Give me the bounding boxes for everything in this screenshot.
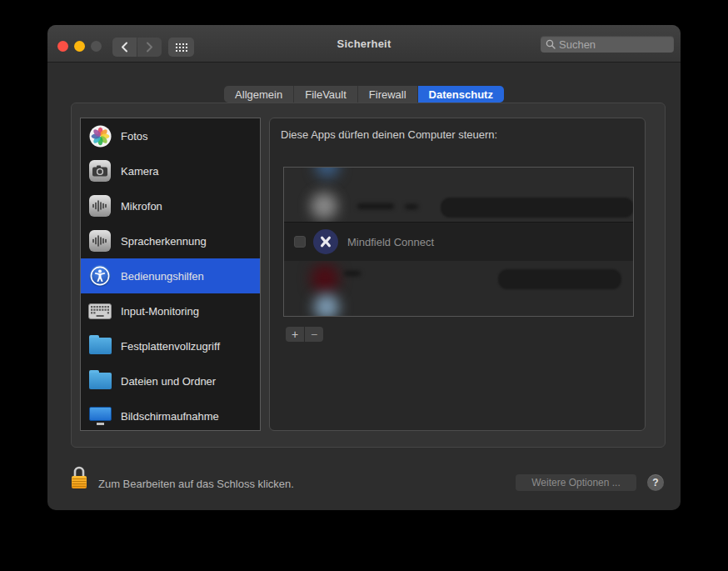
- redacted-app-rows-bottom: [284, 261, 633, 317]
- photos-icon: [88, 124, 112, 148]
- app-name: Mindfield Connect: [347, 236, 434, 248]
- sidebar-item-label: Input-Monitoring: [121, 305, 199, 318]
- show-all-button[interactable]: [168, 38, 194, 57]
- display-icon: [88, 404, 112, 428]
- forward-button: [137, 38, 162, 57]
- keyboard-icon: [88, 299, 112, 323]
- advanced-options-button[interactable]: Weitere Optionen ...: [516, 474, 636, 491]
- tab-firewall[interactable]: Firewall: [358, 86, 418, 103]
- app-checkbox[interactable]: [294, 236, 306, 248]
- accessibility-icon: [88, 264, 112, 288]
- folder-icon: [88, 369, 112, 393]
- chevron-left-icon: [121, 42, 128, 53]
- minimize-button[interactable]: [74, 41, 85, 52]
- redacted-app-icon: [316, 168, 339, 178]
- sidebar-item-label: Kamera: [121, 165, 159, 178]
- privacy-heading: Diese Apps dürfen deinen Computer steuer…: [281, 128, 497, 141]
- security-preferences-window: Sicherheit Allgemein FileVault Firewall: [47, 25, 681, 510]
- sidebar-item-label: Fotos: [121, 130, 148, 143]
- chevron-right-icon: [146, 42, 153, 53]
- redacted-app-icon: [314, 294, 339, 317]
- add-app-button[interactable]: +: [286, 327, 304, 342]
- redacted-app-icon: [311, 264, 339, 293]
- sidebar-item-bildschirmaufnahme[interactable]: Bildschirmaufnahme: [81, 398, 260, 431]
- redacted-app-rows-top: [284, 168, 633, 223]
- redacted-text: [405, 204, 418, 209]
- sidebar-item-label: Bildschirmaufnahme: [121, 410, 219, 423]
- redacted-text: [357, 203, 394, 209]
- sidebar-item-label: Spracherkennung: [121, 235, 207, 248]
- tab-bar: Allgemein FileVault Firewall Datenschutz: [47, 86, 681, 103]
- redaction-bar: [498, 269, 621, 289]
- allowed-apps-list: Mindfield Connect: [283, 167, 634, 317]
- speech-recognition-icon: [88, 229, 112, 253]
- mindfield-connect-icon: [313, 229, 338, 254]
- grid-icon: [175, 43, 187, 52]
- sidebar-item-bedienungshilfen[interactable]: Bedienungshilfen: [81, 258, 260, 293]
- help-button[interactable]: ?: [647, 474, 664, 491]
- remove-app-button[interactable]: −: [305, 327, 323, 342]
- sidebar-item-label: Mikrofon: [121, 200, 162, 213]
- folder-icon: [88, 334, 112, 358]
- list-edit-controls: + −: [286, 327, 323, 342]
- privacy-category-list: Fotos Kamera: [80, 118, 261, 431]
- zoom-button: [91, 41, 102, 52]
- tab-datenschutz[interactable]: Datenschutz: [418, 86, 504, 103]
- close-button[interactable]: [57, 41, 68, 52]
- sidebar-item-spracherkennung[interactable]: Spracherkennung: [81, 223, 260, 258]
- sidebar-item-label: Festplattenvollzugriff: [121, 340, 220, 353]
- sidebar-item-festplattenvollzugriff[interactable]: Festplattenvollzugriff: [81, 328, 260, 363]
- search-field[interactable]: [541, 36, 674, 53]
- search-input[interactable]: [559, 38, 669, 51]
- sidebar-item-label: Bedienungshilfen: [121, 270, 204, 283]
- title-bar: Sicherheit: [47, 25, 681, 63]
- redacted-app-icon: [311, 193, 337, 219]
- sidebar-item-label: Dateien und Ordner: [121, 375, 216, 388]
- microphone-icon: [88, 194, 112, 218]
- app-row-mindfield-connect[interactable]: Mindfield Connect: [284, 223, 633, 261]
- sidebar-item-mikrofon[interactable]: Mikrofon: [81, 188, 260, 223]
- back-button[interactable]: [112, 38, 137, 57]
- sidebar-item-input-monitoring[interactable]: Input-Monitoring: [81, 293, 260, 328]
- sidebar-item-kamera[interactable]: Kamera: [81, 153, 260, 188]
- lock-icon[interactable]: [70, 464, 88, 493]
- sidebar-item-dateien-und-ordner[interactable]: Dateien und Ordner: [81, 363, 260, 398]
- camera-icon: [88, 159, 112, 183]
- sidebar-item-fotos[interactable]: Fotos: [81, 118, 260, 153]
- lock-hint-text: Zum Bearbeiten auf das Schloss klicken.: [98, 478, 294, 490]
- redaction-bar: [441, 198, 633, 218]
- tab-allgemein[interactable]: Allgemein: [224, 86, 294, 103]
- search-icon: [546, 39, 556, 49]
- redacted-text: [344, 271, 361, 276]
- tab-filevault[interactable]: FileVault: [294, 86, 358, 103]
